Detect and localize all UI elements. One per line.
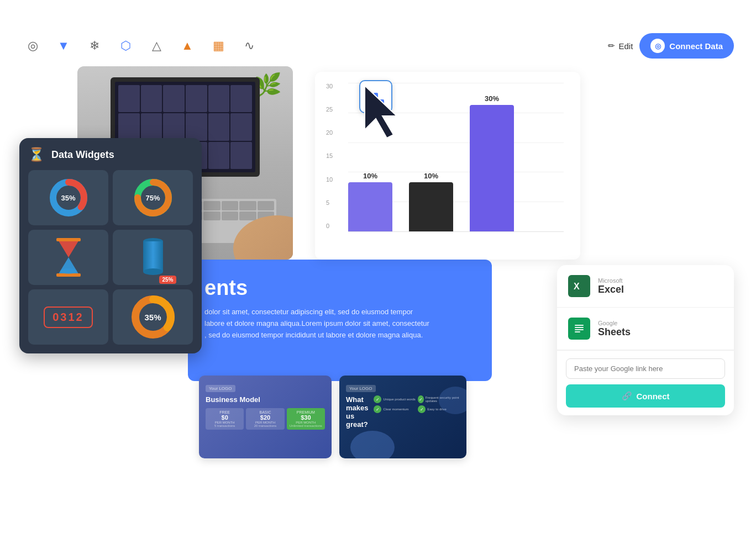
blob-1 (350, 431, 395, 458)
blue-content-section: ents dolor sit amet, consectetur adipisc… (188, 260, 492, 381)
svg-marker-5 (57, 239, 80, 257)
pricing-free: FREE $0 PER MONTH 5 transactions (206, 408, 244, 430)
google-sheets-icon (568, 318, 590, 340)
bar-group-3: 30% (470, 94, 514, 232)
triangle-fill-icon[interactable]: ▲ (177, 35, 198, 56)
triangle-outline-icon[interactable]: △ (146, 35, 167, 56)
svg-rect-17 (570, 320, 588, 337)
svg-rect-19 (575, 327, 584, 328)
svg-rect-18 (575, 325, 584, 326)
sheets-brand-label: Google (598, 320, 631, 326)
blue-section-title: ents (204, 276, 475, 300)
diamond-icon[interactable]: ⬡ (115, 35, 136, 56)
cursor-arrow (359, 83, 414, 144)
check-icon-3: ✓ (374, 405, 381, 413)
integrations-panel: X Microsoft Excel Google Shee (557, 265, 734, 415)
widget-cylinder: 25% (113, 230, 193, 285)
chart-baseline (348, 231, 564, 232)
pencil-icon: ✏ (608, 41, 615, 51)
pres1-logo: Your LOGO (206, 385, 235, 392)
donut-35-label: 35% (61, 194, 75, 202)
pricing-basic: BASIC $20 PER MONTH 20 transactions (246, 408, 284, 430)
chart-y-axis: 30 25 20 15 10 5 0 (326, 83, 333, 232)
widget-hourglass (28, 230, 108, 285)
presentation-thumb-1[interactable]: Your LOGO Business Model FREE $0 PER MON… (199, 376, 332, 458)
google-sheets-integration-item[interactable]: Google Sheets (557, 308, 734, 350)
svg-point-9 (60, 268, 77, 274)
bar-label-2: 10% (424, 172, 438, 180)
check-icon-2: ✓ (418, 395, 423, 403)
connect-link-icon: 🔗 (622, 391, 632, 401)
excel-integration-item[interactable]: X Microsoft Excel (557, 265, 734, 308)
snowflake-icon[interactable]: ❄ (84, 35, 105, 56)
grid-icon[interactable]: ▦ (208, 35, 229, 56)
bar-3 (470, 105, 514, 232)
widgets-grid: 35% 75% (28, 170, 193, 345)
connect-data-label: Connect Data (669, 41, 723, 51)
feature-1: ✓ Unique product words (374, 395, 416, 403)
edit-label: Edit (618, 41, 633, 51)
excel-product-label: Excel (598, 284, 624, 295)
google-link-input[interactable] (566, 358, 725, 379)
cylinder-percent-label: 25% (159, 276, 176, 284)
connect-data-icon: ◎ (650, 39, 665, 53)
svg-rect-11 (143, 241, 163, 272)
donut-75-label: 75% (145, 194, 160, 202)
excel-icon: X (568, 275, 590, 297)
svg-rect-20 (575, 329, 584, 330)
connect-data-button[interactable]: ◎ Connect Data (639, 33, 734, 59)
widget-counter: 0312 (28, 289, 108, 345)
bar-chart-panel: 30 25 20 15 10 5 0 10% 10% (315, 72, 580, 260)
widgets-title: Data Widgets (51, 149, 114, 161)
sheets-product-label: Sheets (598, 326, 631, 338)
pres1-title: Business Model (206, 395, 325, 404)
widgets-header-icon: ⏳ (28, 147, 45, 162)
svg-marker-0 (365, 86, 397, 138)
hourglass-icon (55, 238, 82, 277)
svg-rect-21 (575, 331, 580, 332)
widget-donut-35: 35% (28, 170, 108, 225)
cylinder-icon (141, 236, 165, 277)
blue-section-body: dolor sit amet, consectetur adipiscing e… (204, 307, 475, 341)
widgets-panel: ⏳ Data Widgets 35% (19, 138, 202, 353)
svg-point-12 (143, 268, 163, 275)
bar-1 (348, 182, 392, 232)
feature-3: ✓ Clear momentum (374, 405, 416, 413)
pres2-title: Whatmakes usgreat? (346, 395, 368, 429)
check-icon-1: ✓ (374, 395, 381, 403)
bar-2 (409, 182, 453, 232)
triangle-down-icon[interactable]: ▼ (53, 35, 74, 56)
pricing-premium: PREMIUM $30 PER MONTH Unlimited transact… (287, 408, 325, 430)
bar-group-2: 10% (409, 172, 453, 232)
large-donut-label: 35% (144, 313, 161, 322)
bar-group-1: 10% (348, 172, 392, 232)
pres2-logo: Your LOGO (346, 385, 376, 392)
check-icon-4: ✓ (418, 405, 426, 413)
presentation-thumb-2[interactable]: Your LOGO Whatmakes usgreat? ✓ Unique pr… (339, 376, 466, 458)
main-scene: ◎ ▼ ❄ ⬡ △ ▲ ▦ ∿ ✏ Edit ◎ Connect Data (0, 0, 756, 539)
bar-label-1: 10% (363, 172, 377, 180)
excel-brand-label: Microsoft (598, 277, 624, 284)
connect-input-area: 🔗 Connect (557, 350, 734, 415)
bar-label-3: 30% (485, 94, 499, 103)
presentations-area: Your LOGO Business Model FREE $0 PER MON… (199, 376, 466, 458)
widget-donut-75: 75% (113, 170, 193, 225)
widgets-header: ⏳ Data Widgets (28, 147, 193, 162)
svg-rect-7 (56, 238, 81, 241)
connect-button-label: Connect (637, 392, 670, 401)
counter-display: 0312 (44, 307, 93, 328)
connect-button[interactable]: 🔗 Connect (566, 384, 725, 408)
pricing-grid: FREE $0 PER MONTH 5 transactions BASIC $… (206, 408, 325, 430)
svg-text:X: X (574, 282, 580, 291)
circle-icon[interactable]: ◎ (22, 35, 43, 56)
wave-icon[interactable]: ∿ (239, 35, 260, 56)
toolbar: ◎ ▼ ❄ ⬡ △ ▲ ▦ ∿ ✏ Edit ◎ Connect Data (22, 33, 734, 59)
widget-large-donut: 35% (113, 289, 193, 345)
edit-button[interactable]: ✏ Edit (608, 41, 633, 51)
